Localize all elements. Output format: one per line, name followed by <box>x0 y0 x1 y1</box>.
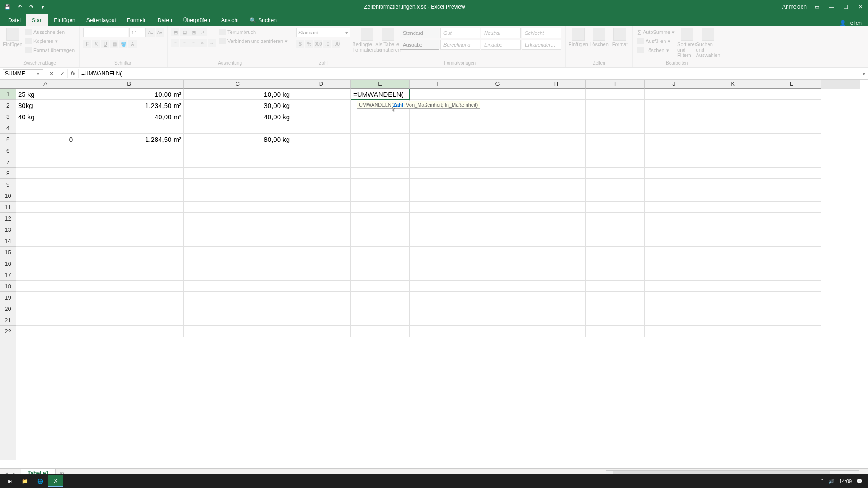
cell-H12[interactable] <box>527 213 586 224</box>
cell-L9[interactable] <box>762 179 821 190</box>
cell-A4[interactable] <box>16 122 75 134</box>
row-header-3[interactable]: 3 <box>0 111 16 122</box>
enter-formula-icon[interactable]: ✓ <box>57 69 68 78</box>
align-left-icon[interactable]: ≡ <box>171 39 179 47</box>
align-bottom-icon[interactable]: ⬔ <box>189 28 198 36</box>
cell-B12[interactable] <box>75 213 184 224</box>
cell-A8[interactable] <box>16 168 75 179</box>
tab-formeln[interactable]: Formeln <box>122 14 152 26</box>
font-size-input[interactable] <box>129 28 146 37</box>
cell-J11[interactable] <box>645 202 703 213</box>
cell-C6[interactable] <box>184 145 292 156</box>
cell-H13[interactable] <box>527 224 586 235</box>
row-header-8[interactable]: 8 <box>0 168 16 179</box>
cell-E7[interactable] <box>351 156 410 168</box>
name-box-dropdown-icon[interactable]: ▾ <box>35 70 41 77</box>
signin-link[interactable]: Anmelden <box>782 4 807 10</box>
cell-K21[interactable] <box>703 314 762 326</box>
cell-L5[interactable] <box>762 134 821 145</box>
cells-area[interactable]: 25 kg10,00 m²10,00 kg=UMWANDELN(UMWANDEL… <box>16 89 860 460</box>
row-header-4[interactable]: 4 <box>0 122 16 134</box>
cell-L21[interactable] <box>762 314 821 326</box>
cell-E17[interactable] <box>351 269 410 281</box>
cell-I10[interactable] <box>586 190 645 202</box>
tab-ueberpruefen[interactable]: Überprüfen <box>178 14 216 26</box>
cell-G8[interactable] <box>468 168 527 179</box>
decrease-indent-icon[interactable]: ⇤ <box>198 39 207 47</box>
cell-F20[interactable] <box>410 303 468 314</box>
column-header-B[interactable]: B <box>75 80 184 89</box>
clear-button[interactable]: Löschen ▾ <box>637 46 675 54</box>
increase-font-icon[interactable]: A▴ <box>146 28 155 37</box>
cell-F14[interactable] <box>410 235 468 247</box>
cell-E16[interactable] <box>351 258 410 269</box>
currency-icon[interactable]: $ <box>296 40 304 48</box>
cell-J6[interactable] <box>645 145 703 156</box>
cell-D20[interactable] <box>292 303 351 314</box>
cell-K17[interactable] <box>703 269 762 281</box>
cell-E11[interactable] <box>351 202 410 213</box>
align-right-icon[interactable]: ≡ <box>189 39 198 47</box>
cell-J4[interactable] <box>645 122 703 134</box>
cell-H18[interactable] <box>527 281 586 292</box>
column-header-G[interactable]: G <box>468 80 527 89</box>
cell-C19[interactable] <box>184 292 292 303</box>
cell-I6[interactable] <box>586 145 645 156</box>
increase-indent-icon[interactable]: ⇥ <box>208 39 216 47</box>
cell-F9[interactable] <box>410 179 468 190</box>
function-tooltip[interactable]: UMWANDELN(Zahl; Von_Maßeinheit; In_Maßei… <box>357 101 480 109</box>
cell-L1[interactable] <box>762 89 821 100</box>
bold-icon[interactable]: F <box>83 40 91 48</box>
cell-I2[interactable] <box>586 100 645 111</box>
formula-input[interactable] <box>79 69 860 78</box>
style-schlecht[interactable]: Schlecht <box>522 28 561 38</box>
cell-D21[interactable] <box>292 314 351 326</box>
cell-F4[interactable] <box>410 122 468 134</box>
cell-G11[interactable] <box>468 202 527 213</box>
cell-L13[interactable] <box>762 224 821 235</box>
share-button[interactable]: 👤 Teilen <box>840 20 862 26</box>
cell-B9[interactable] <box>75 179 184 190</box>
row-header-2[interactable]: 2 <box>0 100 16 111</box>
cell-H8[interactable] <box>527 168 586 179</box>
style-ausgabe[interactable]: Ausgabe <box>400 40 439 50</box>
cell-H7[interactable] <box>527 156 586 168</box>
style-eingabe[interactable]: Eingabe <box>481 40 521 50</box>
name-box[interactable]: SUMME ▾ <box>3 69 43 78</box>
column-header-A[interactable]: A <box>16 80 75 89</box>
cell-F16[interactable] <box>410 258 468 269</box>
cell-J17[interactable] <box>645 269 703 281</box>
cell-G12[interactable] <box>468 213 527 224</box>
fill-color-icon[interactable]: 🪣 <box>119 40 127 48</box>
cell-H14[interactable] <box>527 235 586 247</box>
cell-E20[interactable] <box>351 303 410 314</box>
cell-E6[interactable] <box>351 145 410 156</box>
cell-C11[interactable] <box>184 202 292 213</box>
cut-button[interactable]: Ausschneiden <box>24 28 75 36</box>
cell-L22[interactable] <box>762 326 821 337</box>
cell-K5[interactable] <box>703 134 762 145</box>
cell-J16[interactable] <box>645 258 703 269</box>
cell-K22[interactable] <box>703 326 762 337</box>
cell-I18[interactable] <box>586 281 645 292</box>
cell-C2[interactable]: 30,00 kg <box>184 100 292 111</box>
cell-H10[interactable] <box>527 190 586 202</box>
select-all-corner[interactable] <box>0 80 16 89</box>
cell-H4[interactable] <box>527 122 586 134</box>
cell-I1[interactable] <box>586 89 645 100</box>
cell-D14[interactable] <box>292 235 351 247</box>
cell-I21[interactable] <box>586 314 645 326</box>
tray-clock[interactable]: 14:09 <box>839 479 852 484</box>
cell-B7[interactable] <box>75 156 184 168</box>
cell-K8[interactable] <box>703 168 762 179</box>
cell-J1[interactable] <box>645 89 703 100</box>
cell-I22[interactable] <box>586 326 645 337</box>
cell-L20[interactable] <box>762 303 821 314</box>
cell-J10[interactable] <box>645 190 703 202</box>
cell-F10[interactable] <box>410 190 468 202</box>
italic-icon[interactable]: K <box>92 40 100 48</box>
tab-einfuegen[interactable]: Einfügen <box>48 14 80 26</box>
tray-chevron-icon[interactable]: ˄ <box>821 479 824 484</box>
cell-J18[interactable] <box>645 281 703 292</box>
cell-F18[interactable] <box>410 281 468 292</box>
